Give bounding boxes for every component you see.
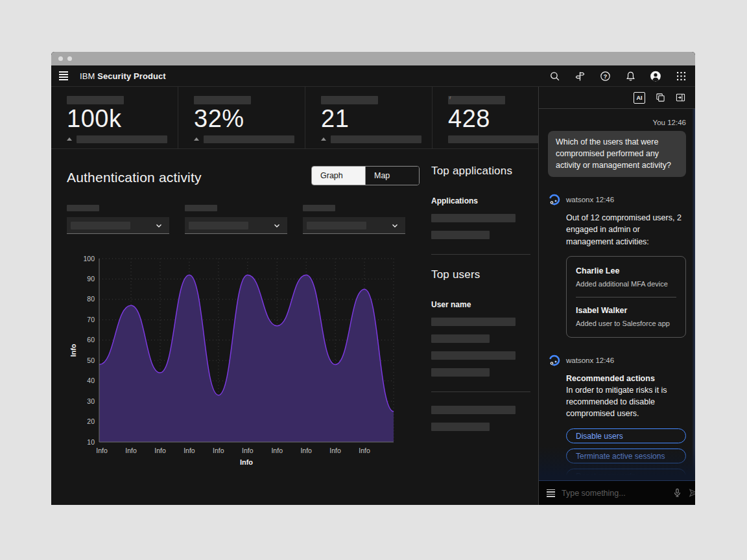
kpi-label-skeleton bbox=[448, 96, 505, 104]
chevron-down-icon bbox=[155, 222, 163, 229]
user-avatar-icon[interactable] bbox=[650, 70, 661, 82]
menu-icon[interactable] bbox=[59, 69, 73, 83]
dropdown-value-skeleton bbox=[189, 222, 248, 229]
dropdown-value-skeleton bbox=[71, 222, 130, 229]
window-dot[interactable] bbox=[67, 56, 72, 61]
list-item-skeleton bbox=[431, 231, 490, 239]
user-name: Charlie Lee bbox=[576, 265, 676, 277]
dropdown-field[interactable] bbox=[67, 217, 169, 234]
chat-messages: You 12:46 Which of the users that were c… bbox=[539, 109, 695, 480]
filter-dropdown bbox=[185, 205, 287, 234]
user-message: Which of the users that were compromised… bbox=[548, 131, 686, 177]
menu-icon[interactable] bbox=[547, 489, 555, 497]
message-meta: watsonx 12:46 bbox=[566, 356, 614, 364]
kpi-label-skeleton bbox=[67, 96, 124, 104]
search-icon[interactable] bbox=[549, 70, 560, 82]
svg-text:Info: Info bbox=[184, 447, 195, 454]
list-item-skeleton bbox=[431, 423, 490, 431]
list-item-skeleton bbox=[431, 318, 516, 326]
user-name: Isabel Walker bbox=[576, 305, 676, 316]
assistant-message: watsonx 12:46 Out of 12 compromised user… bbox=[548, 193, 686, 338]
applications-column-label: Applications bbox=[431, 196, 530, 205]
window-titlebar bbox=[51, 52, 695, 65]
ai-label[interactable]: AI bbox=[634, 92, 645, 104]
kpi-card: 100k bbox=[51, 87, 178, 148]
svg-text:40: 40 bbox=[87, 377, 95, 384]
kpi-value: 32% bbox=[194, 106, 244, 132]
filter-label-skeleton bbox=[185, 205, 217, 211]
kpi-value: r428 bbox=[448, 106, 490, 132]
svg-text:20: 20 bbox=[87, 417, 95, 425]
svg-text:Info: Info bbox=[154, 447, 166, 454]
kpi-trend-skeleton bbox=[448, 135, 538, 143]
kpi-row: 100k 32% 21 r428 bbox=[51, 87, 538, 149]
trend-up-icon bbox=[321, 137, 326, 141]
svg-text:10: 10 bbox=[87, 438, 95, 446]
microphone-icon[interactable] bbox=[672, 488, 682, 498]
kpi-value: 100k bbox=[67, 106, 121, 132]
chat-input-bar bbox=[539, 480, 695, 505]
reset-passwords-button[interactable]: Reset passwords bbox=[566, 469, 686, 480]
compromised-users-card: Charlie Lee Added additional MFA device … bbox=[566, 256, 686, 338]
svg-text:Info: Info bbox=[69, 344, 77, 356]
disable-users-button[interactable]: Disable users bbox=[566, 428, 686, 443]
kpi-value: 21 bbox=[321, 106, 349, 132]
view-switcher: Graph Map bbox=[311, 166, 420, 185]
chevron-down-icon bbox=[391, 222, 399, 229]
svg-text:100: 100 bbox=[83, 255, 95, 262]
dashboard-main: 100k 32% 21 r428 bbox=[51, 87, 538, 505]
assistant-text: In order to mitigate risks it is recomme… bbox=[566, 384, 686, 419]
terminate-sessions-button[interactable]: Terminate active sessions bbox=[566, 449, 686, 463]
help-icon[interactable]: ? bbox=[599, 70, 611, 82]
assistant-heading: Recommended actions bbox=[566, 373, 686, 384]
app-switcher-icon[interactable] bbox=[675, 70, 687, 82]
divider bbox=[576, 297, 676, 298]
kpi-trend-skeleton bbox=[204, 135, 294, 143]
tab-graph[interactable]: Graph bbox=[312, 167, 365, 185]
svg-text:Info: Info bbox=[242, 447, 254, 454]
trend-up-icon bbox=[194, 137, 199, 141]
chat-text-input[interactable] bbox=[562, 489, 666, 498]
chat-panel-header: AI bbox=[539, 87, 695, 109]
auth-activity-chart: 102030405060708090100InfoInfoInfoInfoInf… bbox=[67, 251, 422, 471]
dropdown-field[interactable] bbox=[303, 217, 405, 234]
list-item-skeleton bbox=[431, 214, 516, 222]
svg-text:90: 90 bbox=[87, 275, 95, 283]
kpi-trend-skeleton bbox=[331, 135, 421, 143]
user-activity: Added user to Salesforce app bbox=[576, 319, 676, 329]
kpi-label-skeleton bbox=[321, 96, 378, 104]
dropdown-value-skeleton bbox=[307, 222, 366, 229]
signpost-icon[interactable] bbox=[574, 70, 586, 82]
svg-text:Info: Info bbox=[329, 447, 341, 454]
filter-dropdown bbox=[303, 205, 405, 234]
filter-label-skeleton bbox=[303, 205, 335, 211]
svg-text:Info: Info bbox=[271, 447, 283, 454]
users-column-label: User name bbox=[431, 300, 530, 309]
svg-text:?: ? bbox=[603, 73, 607, 79]
window-dot[interactable] bbox=[58, 56, 63, 61]
app-title: IBM Security Product bbox=[80, 71, 166, 81]
svg-text:Info: Info bbox=[213, 447, 224, 454]
chevron-down-icon bbox=[273, 222, 281, 229]
copy-icon[interactable] bbox=[656, 93, 665, 102]
send-icon[interactable] bbox=[689, 488, 695, 498]
svg-text:Info: Info bbox=[300, 447, 312, 454]
notifications-icon[interactable] bbox=[624, 70, 636, 82]
svg-text:60: 60 bbox=[87, 336, 95, 344]
svg-text:30: 30 bbox=[87, 397, 95, 405]
watsonx-avatar-icon bbox=[548, 193, 561, 206]
kpi-card: r428 bbox=[432, 87, 538, 148]
top-applications-title: Top applications bbox=[431, 165, 530, 178]
section-title: Authentication activity bbox=[67, 170, 202, 185]
kpi-annotation: r bbox=[449, 95, 451, 100]
side-panel-close-icon[interactable] bbox=[676, 93, 685, 102]
user-activity: Added additional MFA device bbox=[576, 279, 676, 290]
watsonx-avatar-icon bbox=[548, 354, 561, 367]
tab-map[interactable]: Map bbox=[365, 167, 419, 185]
filter-dropdown bbox=[67, 205, 169, 234]
kpi-trend-skeleton bbox=[77, 135, 167, 143]
assistant-message: watsonx 12:46 Recommended actions In ord… bbox=[548, 354, 686, 480]
dropdown-field[interactable] bbox=[185, 217, 287, 234]
filter-row bbox=[67, 205, 422, 234]
svg-text:50: 50 bbox=[87, 356, 95, 364]
